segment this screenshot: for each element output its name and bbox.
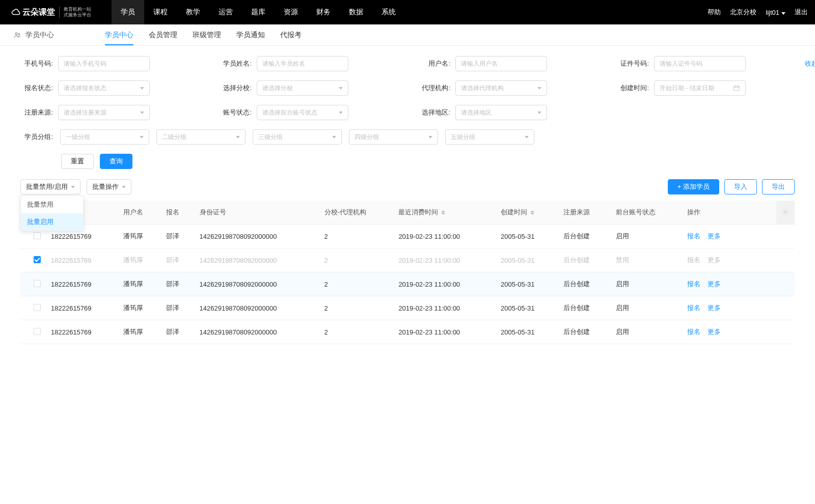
chevron-down-icon bbox=[537, 87, 541, 90]
col-enroll[interactable]: 报名 bbox=[161, 201, 195, 225]
phone-input[interactable] bbox=[58, 56, 150, 71]
region-ph: 请选择地区 bbox=[461, 108, 492, 117]
ctime-datepicker[interactable]: 开始日期 - 结束日期 bbox=[654, 80, 746, 96]
row-more-link[interactable]: 更多 bbox=[708, 232, 721, 240]
bulk-ops-dropdown[interactable]: 批量操作 bbox=[87, 179, 131, 194]
acct-select[interactable]: 请选择前台账号状态 bbox=[257, 105, 348, 120]
nav-user[interactable]: lijt01 bbox=[766, 9, 785, 16]
topnav-item-7[interactable]: 数据 bbox=[340, 0, 372, 24]
col-last[interactable]: 最近消费时间 bbox=[393, 201, 496, 225]
cell-ctime: 2005-05-31 bbox=[496, 320, 558, 344]
subnav-tab-4[interactable]: 代报考 bbox=[280, 24, 302, 45]
chevron-down-icon bbox=[140, 136, 144, 138]
col-settings[interactable] bbox=[776, 201, 795, 225]
query-button[interactable]: 查询 bbox=[100, 154, 132, 169]
reset-button[interactable]: 重置 bbox=[61, 154, 94, 169]
sub-nav: 学员中心 学员中心会员管理班级管理学员通知代报考 bbox=[0, 24, 815, 46]
nav-logout[interactable]: 退出 bbox=[795, 8, 808, 17]
topnav-item-4[interactable]: 题库 bbox=[242, 0, 275, 24]
import-button[interactable]: 导入 bbox=[724, 179, 757, 194]
topnav-item-1[interactable]: 课程 bbox=[144, 0, 177, 24]
cell-enroll: 邵泽 bbox=[161, 248, 195, 272]
chevron-down-icon bbox=[525, 136, 529, 138]
cell-user: 潘筠厚 bbox=[118, 272, 161, 296]
cell-ctime: 2005-05-31 bbox=[496, 296, 558, 320]
filter-enroll-label: 报名状态: bbox=[20, 83, 53, 93]
col-branch[interactable]: 分校-代理机构 bbox=[319, 201, 394, 225]
filter-name: 学员姓名: bbox=[219, 56, 397, 71]
cell-phone: 18222615769 bbox=[46, 248, 118, 272]
group-select-2[interactable]: 二级分组 bbox=[156, 129, 246, 145]
topnav-item-2[interactable]: 教学 bbox=[177, 0, 209, 24]
col-ctime[interactable]: 创建时间 bbox=[496, 201, 558, 225]
filter-acct-label: 账号状态: bbox=[219, 108, 252, 117]
group-select-1[interactable]: 一级分组 bbox=[60, 129, 149, 145]
cell-status: 启用 bbox=[611, 272, 682, 296]
enroll-select[interactable]: 请选择报名状态 bbox=[58, 80, 150, 96]
topnav-items: 学员课程教学运营题库资源财务数据系统 bbox=[112, 0, 405, 24]
col-user[interactable]: 用户名 bbox=[118, 201, 161, 225]
col-src[interactable]: 注册来源 bbox=[558, 201, 611, 225]
topnav-item-3[interactable]: 运营 bbox=[209, 0, 242, 24]
subnav-tab-3[interactable]: 学员通知 bbox=[236, 24, 265, 45]
row-enroll-link[interactable]: 报名 bbox=[687, 280, 700, 288]
group5-ph: 五级分组 bbox=[451, 133, 475, 142]
row-enroll-link[interactable]: 报名 bbox=[687, 304, 700, 312]
user-input[interactable] bbox=[455, 56, 547, 71]
region-select[interactable]: 请选择地区 bbox=[455, 105, 547, 120]
nav-branch[interactable]: 北京分校 bbox=[730, 8, 756, 17]
add-student-button[interactable]: + 添加学员 bbox=[668, 179, 719, 194]
row-more-link[interactable]: 更多 bbox=[708, 280, 721, 288]
topnav-item-5[interactable]: 资源 bbox=[275, 0, 307, 24]
row-checkbox[interactable] bbox=[34, 232, 41, 239]
row-checkbox[interactable] bbox=[34, 328, 41, 335]
cell-enroll: 邵泽 bbox=[161, 225, 195, 248]
name-input[interactable] bbox=[257, 56, 348, 71]
cell-last: 2019-02-23 11:00:00 bbox=[393, 320, 496, 344]
row-more-link[interactable]: 更多 bbox=[708, 256, 721, 264]
row-checkbox[interactable] bbox=[34, 256, 41, 263]
nav-help[interactable]: 帮助 bbox=[708, 8, 721, 17]
row-enroll-link[interactable]: 报名 bbox=[687, 256, 700, 264]
brand-sub-line2: 式服务云平台 bbox=[64, 12, 91, 17]
cell-ctime: 2005-05-31 bbox=[496, 248, 558, 272]
cell-phone: 18222615769 bbox=[46, 296, 118, 320]
row-more-link[interactable]: 更多 bbox=[708, 304, 721, 312]
row-checkbox[interactable] bbox=[34, 304, 41, 311]
row-checkbox[interactable] bbox=[34, 280, 41, 287]
cell-status: 启用 bbox=[611, 225, 682, 248]
menu-enable[interactable]: 批量启用 bbox=[21, 213, 83, 231]
col-id[interactable]: 身份证号 bbox=[195, 201, 319, 225]
subnav-tab-2[interactable]: 班级管理 bbox=[193, 24, 221, 45]
row-enroll-link[interactable]: 报名 bbox=[687, 328, 700, 335]
export-button[interactable]: 导出 bbox=[762, 179, 795, 194]
chevron-down-icon bbox=[140, 87, 144, 90]
group-select-5[interactable]: 五级分组 bbox=[445, 129, 534, 145]
row-more-link[interactable]: 更多 bbox=[708, 328, 721, 335]
topnav-item-0[interactable]: 学员 bbox=[112, 0, 144, 24]
col-status[interactable]: 前台账号状态 bbox=[611, 201, 682, 225]
group-select-4[interactable]: 四级分组 bbox=[349, 129, 438, 145]
chevron-down-icon bbox=[236, 136, 240, 138]
collapse-toggle[interactable]: 收起 bbox=[805, 59, 815, 68]
branch-select[interactable]: 请选择分校 bbox=[257, 80, 348, 96]
sort-icon bbox=[530, 210, 534, 215]
row-enroll-link[interactable]: 报名 bbox=[687, 232, 700, 240]
ctime-ph: 开始日期 - 结束日期 bbox=[660, 84, 714, 93]
cell-branch: 2 bbox=[319, 296, 394, 320]
cell-src: 后台创建 bbox=[558, 248, 611, 272]
idno-input[interactable] bbox=[654, 56, 746, 71]
topnav-right: 帮助 北京分校 lijt01 退出 bbox=[708, 8, 808, 17]
group-select-3[interactable]: 三级分组 bbox=[253, 129, 342, 145]
topnav-item-8[interactable]: 系统 bbox=[372, 0, 405, 24]
table-head: 手机号码 用户名 报名 身份证号 分校-代理机构 最近消费时间 创建时间 注册来… bbox=[20, 201, 795, 225]
reg-select[interactable]: 请选择注册来源 bbox=[58, 105, 150, 120]
menu-disable[interactable]: 批量禁用 bbox=[21, 196, 83, 213]
subnav-tab-1[interactable]: 会员管理 bbox=[149, 24, 177, 45]
agency-select[interactable]: 请选择代理机构 bbox=[455, 80, 547, 96]
topnav-item-6[interactable]: 财务 bbox=[307, 0, 340, 24]
subnav-tab-0[interactable]: 学员中心 bbox=[105, 24, 133, 45]
filter-ctime-label: 创建时间: bbox=[616, 83, 649, 93]
bulk-toggle-dropdown[interactable]: 批量禁用/启用 bbox=[20, 179, 80, 194]
cell-id: 142629198708092000000 bbox=[195, 272, 319, 296]
